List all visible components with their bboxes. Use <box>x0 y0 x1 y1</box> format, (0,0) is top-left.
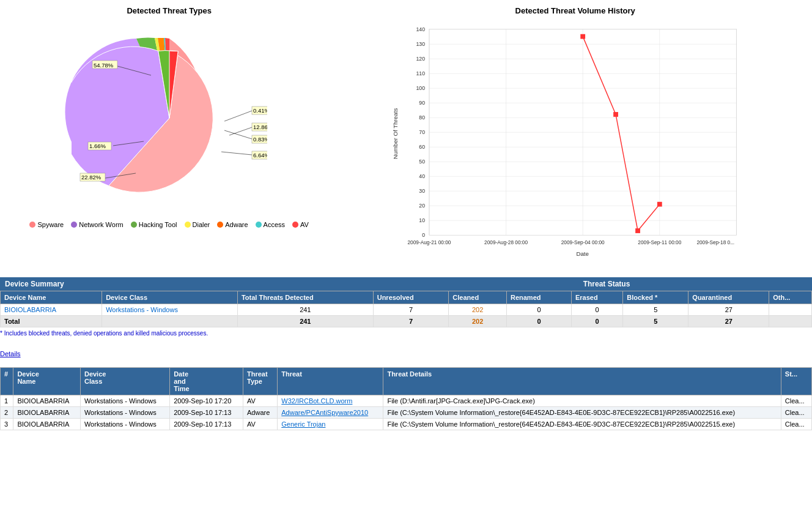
pie-chart-container: Detected Threat Types <box>0 6 338 266</box>
charts-row: Detected Threat Types <box>0 0 812 272</box>
legend-nw: Network Worm <box>71 221 124 228</box>
callout-line-ht <box>221 152 252 155</box>
details-row-3: 3 BIOIOLABARRIA Workstations - Windows 2… <box>1 419 812 430</box>
td-det-devname-1: BIOIOLABARRIA <box>13 395 81 407</box>
td-renamed-1: 0 <box>506 304 571 316</box>
td-det-details-1: File (D:\Antifi.rar[JPG-Crack.exe]\JPG-C… <box>383 395 781 407</box>
line-chart-svg: 0 10 20 30 40 50 60 70 80 90 100 110 120… <box>386 20 765 265</box>
summary-title: Device Summary <box>5 280 406 288</box>
td-det-dt-1: 2009-Sep-10 17:20 <box>170 395 243 407</box>
threat-link-3[interactable]: Generic Trojan <box>281 420 325 428</box>
ytick-40: 40 <box>419 173 425 179</box>
td-det-status-3: Clea... <box>781 419 811 430</box>
summary-data-row-1: BIOIOLABARRIA Workstations - Windows 241… <box>1 304 812 316</box>
pct-dialr: 0.83% <box>253 136 267 143</box>
td-num-1: 1 <box>1 395 13 407</box>
legend-adware: Adware <box>217 221 248 228</box>
td-total-label: Total <box>1 316 102 327</box>
legend-label-av: AV <box>300 221 309 228</box>
th-erased: Erased <box>571 291 622 304</box>
th-det-status: St... <box>781 368 811 395</box>
th-total-threats: Total Threats Detected <box>237 291 373 304</box>
td-det-details-3: File (C:\System Volume Information\_rest… <box>383 419 781 430</box>
td-det-threat-2: Adware/PCAntiSpyware2010 <box>278 407 383 419</box>
pie-actual: 54.78% 22.82% 12.86% 6.64% <box>72 32 267 204</box>
details-section: # DeviceName DeviceClass DateandTime Thr… <box>0 367 812 430</box>
details-link[interactable]: Details <box>0 346 21 361</box>
threat-link-1[interactable]: W32/IRCBot.CLD.worm <box>281 397 352 405</box>
xtick-1: 2009-Aug-28 00:00 <box>484 239 528 245</box>
point-1 <box>580 34 585 39</box>
td-device-name-1: BIOIOLABARRIA <box>1 304 102 316</box>
td-det-tt-2: Adware <box>243 407 278 419</box>
td-device-class-1: Workstations - Windows <box>102 304 238 316</box>
xtick-2: 2009-Sep-04 00:00 <box>561 239 604 245</box>
y-axis-label: Number Of Threats <box>392 108 399 159</box>
details-table: # DeviceName DeviceClass DateandTime Thr… <box>0 367 812 430</box>
th-unresolved: Unresolved <box>373 291 449 304</box>
ytick-50: 50 <box>419 159 425 165</box>
legend-spyware: Spyware <box>29 221 64 228</box>
ytick-120: 120 <box>416 56 425 62</box>
ytick-0: 0 <box>422 232 425 238</box>
td-total-erased: 0 <box>571 316 622 327</box>
td-det-devclass-3: Workstations - Windows <box>80 419 169 430</box>
pct-acc: 0.41% <box>253 107 267 114</box>
pct-adw: 1.66% <box>89 143 106 149</box>
ytick-110: 110 <box>416 70 425 77</box>
td-total-renamed: 0 <box>506 316 571 327</box>
td-det-threat-3: Generic Trojan <box>278 419 383 430</box>
pie-chart-area: 54.78% 22.82% 12.86% 6.64% 1.66% <box>47 20 292 216</box>
th-other: Oth... <box>769 291 812 304</box>
legend-av: AV <box>292 221 309 228</box>
td-total-cleaned: 202 <box>449 316 507 327</box>
details-row-2: 2 BIOIOLABARRIA Workstations - Windows 2… <box>1 407 812 419</box>
th-cleaned: Cleaned <box>449 291 507 304</box>
th-device-name: Device Name <box>1 291 102 304</box>
callout-line-av <box>229 127 252 135</box>
td-det-devclass-2: Workstations - Windows <box>80 407 169 419</box>
pie-chart-title: Detected Threat Types <box>0 6 338 15</box>
point-4 <box>657 202 662 207</box>
th-det-details: Threat Details <box>383 368 781 395</box>
td-det-details-2: File (C:\System Volume Information\_rest… <box>383 407 781 419</box>
td-cleaned-1: 202 <box>449 304 507 316</box>
legend-label-ht: Hacking Tool <box>139 221 177 228</box>
legend-dot-av <box>292 222 298 228</box>
th-num: # <box>1 368 13 395</box>
legend-label-nw: Network Worm <box>79 221 124 228</box>
td-det-threat-1: W32/IRCBot.CLD.worm <box>278 395 383 407</box>
th-device-class: Device Class <box>102 291 238 304</box>
td-num-3: 3 <box>1 419 13 430</box>
legend-dot-adware <box>217 222 223 228</box>
xtick-4: 2009-Sep-18 0... <box>696 239 734 245</box>
td-other-1 <box>769 304 812 316</box>
pct-spyware: 54.78% <box>94 62 114 69</box>
summary-header-bar: Device Summary Threat Status <box>0 277 812 291</box>
point-3 <box>635 228 640 233</box>
td-erased-1: 0 <box>571 304 622 316</box>
legend-dot-nw <box>71 222 77 228</box>
td-det-tt-1: AV <box>243 395 278 407</box>
td-det-dt-2: 2009-Sep-10 17:13 <box>170 407 243 419</box>
legend-dot-access <box>256 222 262 228</box>
summary-thead-row: Device Name Device Class Total Threats D… <box>1 291 812 304</box>
ytick-80: 80 <box>419 114 425 121</box>
legend-label-adware: Adware <box>225 221 248 228</box>
td-blocked-1: 5 <box>623 304 688 316</box>
th-renamed: Renamed <box>506 291 571 304</box>
line-chart-title: Detected Threat Volume History <box>338 6 812 15</box>
pct-nw: 22.82% <box>81 174 102 181</box>
xtick-3: 2009-Sep-11 00:00 <box>638 239 681 245</box>
td-det-status-2: Clea... <box>781 407 811 419</box>
ytick-20: 20 <box>419 203 425 209</box>
legend-dialer: Dialer <box>185 221 210 228</box>
th-det-device-name: DeviceName <box>13 368 81 395</box>
threat-status-label: Threat Status <box>406 280 807 288</box>
ytick-10: 10 <box>419 217 425 223</box>
threat-link-2[interactable]: Adware/PCAntiSpyware2010 <box>281 409 368 416</box>
td-unresolved-1: 7 <box>373 304 449 316</box>
pct-ht: 6.64% <box>253 152 267 159</box>
legend-label-dialer: Dialer <box>193 221 210 228</box>
td-det-devname-3: BIOIOLABARRIA <box>13 419 81 430</box>
